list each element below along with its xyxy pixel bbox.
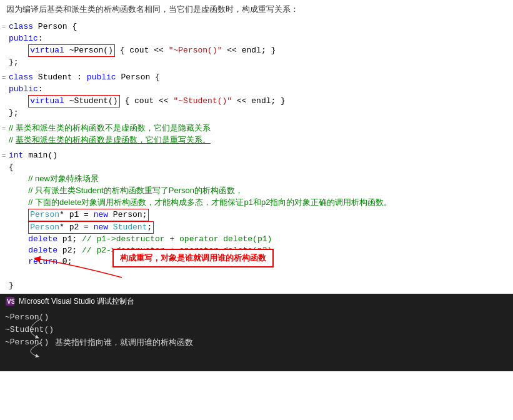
console-arrows [3, 311, 78, 368]
code-content: delete p1; // p1->destructor + operator … [7, 234, 513, 245]
code-content: { [7, 162, 513, 173]
line-indicator [0, 162, 7, 162]
code-content: } [7, 280, 513, 291]
code-content: Person* p2 = new Student; [7, 221, 513, 234]
code-content: virtual ~Student() { cout << "~Student()… [7, 95, 513, 108]
code-line: delete p1; // p1->destructor + operator … [0, 234, 513, 245]
console-bar: VS Microsoft Visual Studio 调试控制台 [0, 294, 513, 309]
code-line: // new对象特殊场景 [0, 173, 513, 185]
code-content: // 下面的delete对象调用析构函数，才能构成多态，才能保证p1和p2指向的… [7, 197, 513, 209]
code-content: class Student : public Person { [7, 72, 513, 83]
vs-icon: VS [5, 296, 15, 306]
code-line: public: [0, 84, 513, 95]
code-line: = // 基类和派生类的析构函数不是虚函数，它们是隐藏关系 [0, 122, 513, 134]
console-line-1: ~Person() [5, 311, 508, 324]
code-line: // 下面的delete对象调用析构函数，才能构成多态，才能保证p1和p2指向的… [0, 197, 513, 209]
code-line: = class Person { [0, 21, 513, 33]
line-indicator [0, 33, 7, 34]
line-indicator [0, 209, 7, 209]
console-area: ~Person() ~Student() ~Person() 基类指针指向谁，就… [0, 309, 513, 371]
code-line: virtual ~Student() { cout << "~Student()… [0, 95, 513, 108]
code-area: = class Person { public: virtual ~Person… [0, 20, 513, 294]
line-indicator [0, 57, 7, 58]
code-content: Person* p1 = new Person; [7, 209, 513, 221]
line-indicator [0, 134, 7, 135]
console-title: Microsoft Visual Studio 调试控制台 [19, 296, 134, 307]
code-content: public: [7, 84, 513, 95]
code-content: virtual ~Person() { cout << "~Person()" … [7, 44, 513, 57]
code-line: }; [0, 57, 513, 68]
console-line-3: ~Person() 基类指针指向谁，就调用谁的析构函数 [5, 336, 508, 349]
line-indicator [0, 44, 7, 45]
code-content: class Person { [7, 21, 513, 32]
line-indicator [0, 197, 7, 198]
code-content: public: [7, 33, 513, 44]
console-line-2: ~Student() [5, 324, 508, 336]
code-content: int main() [7, 150, 513, 161]
line-indicator [0, 234, 7, 234]
line-indicator [0, 245, 7, 246]
line-indicator: = [0, 72, 7, 84]
top-comment: 因为编译后基类和派生类的析构函数名相同，当它们是虚函数时，构成重写关系： [0, 0, 513, 20]
code-line: } [0, 280, 513, 291]
code-content: // 基类和派生类的析构函数是虚函数，它们是重写关系。 [7, 134, 513, 146]
code-line-p2: Person* p2 = new Student; [0, 221, 513, 234]
line-indicator: = [0, 122, 7, 134]
code-content: // new对象特殊场景 [7, 173, 513, 185]
svg-text:VS: VS [7, 298, 14, 305]
code-content: // 基类和派生类的析构函数不是虚函数，它们是隐藏关系 [7, 122, 513, 134]
line-indicator: = [0, 21, 7, 33]
code-content: }; [7, 108, 513, 119]
line-indicator: = [0, 150, 7, 162]
code-line: }; [0, 108, 513, 119]
annotation-label: 构成重写，对象是谁就调用谁的析构函数 [112, 249, 274, 268]
line-indicator [0, 185, 7, 186]
code-content: // 只有派生类Student的析构函数重写了Person的析构函数， [7, 185, 513, 197]
code-content: }; [7, 57, 513, 68]
line-indicator [0, 84, 7, 84]
code-line: return 0; 构成重写，对象是谁就调用谁的析构函数 [0, 256, 513, 279]
code-line: virtual ~Person() { cout << "~Person()" … [0, 44, 513, 57]
code-line: // 基类和派生类的析构函数是虚函数，它们是重写关系。 [0, 134, 513, 146]
top-comment-text: 因为编译后基类和派生类的析构函数名相同，当它们是虚函数时，构成重写关系： [6, 4, 299, 14]
line-indicator [0, 173, 7, 174]
code-line: = int main() [0, 150, 513, 162]
line-indicator [0, 221, 7, 222]
code-line: { [0, 162, 513, 173]
line-indicator [0, 256, 7, 257]
line-indicator [0, 280, 7, 281]
code-line-p1: Person* p1 = new Person; [0, 209, 513, 221]
line-indicator [0, 95, 7, 96]
code-line: public: [0, 33, 513, 44]
line-indicator [0, 108, 7, 108]
code-line: = class Student : public Person { [0, 72, 513, 84]
code-line: // 只有派生类Student的析构函数重写了Person的析构函数， [0, 185, 513, 197]
